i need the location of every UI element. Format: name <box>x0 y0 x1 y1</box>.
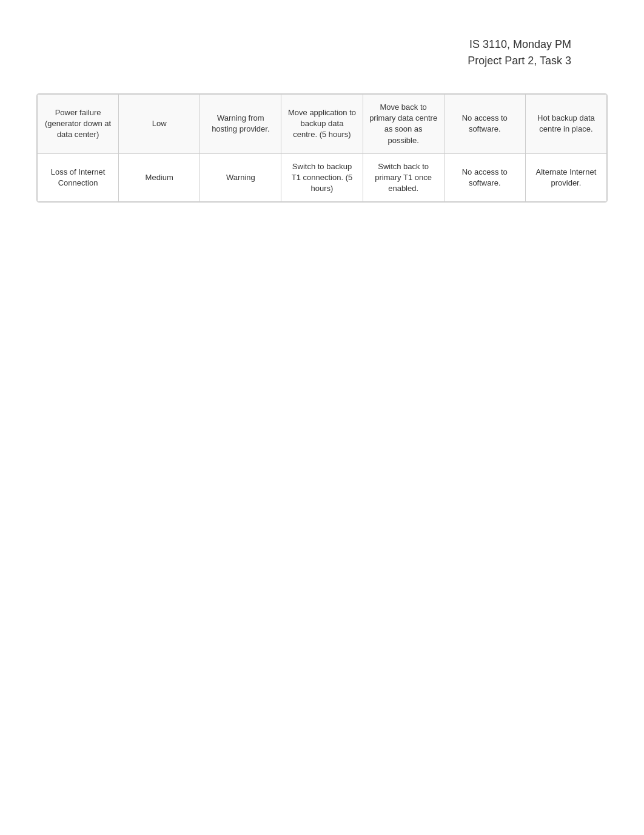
cell-r1-c4: Switch back to primary T1 once enabled. <box>363 153 444 202</box>
cell-r1-c2: Warning <box>200 153 281 202</box>
cell-r1-c1: Medium <box>119 153 200 202</box>
table-row: Power failure (generator down at data ce… <box>38 95 607 154</box>
cell-r1-c5: No access to software. <box>444 153 525 202</box>
main-table-container: Power failure (generator down at data ce… <box>36 93 608 203</box>
cell-r0-c4: Move back to primary data centre as soon… <box>363 95 444 154</box>
header-line2: Project Part 2, Task 3 <box>0 53 571 69</box>
cell-r0-c3: Move application to backup data centre. … <box>281 95 363 154</box>
header-line1: IS 3110, Monday PM <box>0 36 571 53</box>
cell-r1-c0: Loss of Internet Connection <box>38 153 119 202</box>
cell-r0-c1: Low <box>119 95 200 154</box>
cell-r0-c6: Hot backup data centre in place. <box>525 95 606 154</box>
risk-table: Power failure (generator down at data ce… <box>37 94 607 202</box>
cell-r0-c5: No access to software. <box>444 95 525 154</box>
cell-r1-c6: Alternate Internet provider. <box>525 153 606 202</box>
page-header: IS 3110, Monday PM Project Part 2, Task … <box>0 0 644 81</box>
cell-r0-c0: Power failure (generator down at data ce… <box>38 95 119 154</box>
cell-r1-c3: Switch to backup T1 connection. (5 hours… <box>281 153 363 202</box>
table-row: Loss of Internet ConnectionMediumWarning… <box>38 153 607 202</box>
cell-r0-c2: Warning from hosting provider. <box>200 95 281 154</box>
